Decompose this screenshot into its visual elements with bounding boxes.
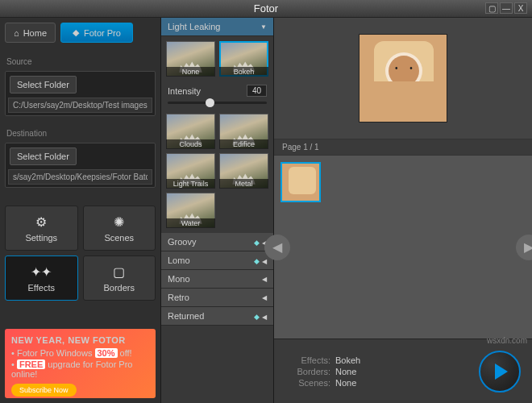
chevron-left-icon: ◀ (262, 258, 267, 265)
intensity-value[interactable]: 40 (247, 85, 267, 97)
effect-water[interactable]: Water (166, 193, 215, 228)
window-minimize-button[interactable]: — (500, 2, 513, 14)
diamond-icon: ◆ (73, 27, 79, 38)
home-icon: ⌂ (14, 28, 19, 38)
home-label: Home (23, 28, 47, 38)
app-title: Fotor (254, 2, 278, 15)
scenes-key: Scenes: (285, 378, 330, 388)
diamond-icon: ◆ (254, 239, 260, 247)
borders-button[interactable]: ▢ Borders (83, 256, 156, 301)
thumbnail-strip: ◀ ▶ (274, 156, 532, 339)
chevron-left-icon: ◀ (262, 276, 267, 283)
tool-grid: ⚙ Settings ✺ Scenes ✦✦ Effects ▢ Borders (5, 206, 156, 301)
summary-info: Effects:Bokeh Borders:None Scenes:None (285, 354, 463, 389)
left-panel: ⌂ Home ◆ Fotor Pro Source Select Folder … (0, 18, 161, 403)
thumbnail-item[interactable] (281, 162, 321, 202)
effect-edifice[interactable]: Edifice (219, 114, 268, 149)
borders-label: Borders (103, 283, 135, 293)
intensity-label: Intensity (168, 86, 201, 96)
border-icon: ▢ (113, 264, 125, 280)
group-groovy[interactable]: Groovy◆ ◀ (161, 233, 273, 251)
next-arrow[interactable]: ▶ (516, 235, 532, 260)
scenes-button[interactable]: ✺ Scenes (83, 206, 156, 251)
promo-line-2: • FREE upgrade for Fotor Pro online! (11, 359, 149, 379)
destination-path-input[interactable] (8, 169, 152, 185)
effect-light-trails[interactable]: Light Trails (166, 153, 215, 189)
subscribe-button[interactable]: Subscribe Now (11, 384, 77, 397)
play-icon (495, 364, 508, 380)
pro-label: Fotor Pro (84, 28, 121, 38)
home-button[interactable]: ⌂ Home (5, 23, 56, 43)
destination-select-folder-button[interactable]: Select Folder (10, 147, 77, 165)
chevron-left-icon: ◀ (262, 294, 267, 301)
intensity-slider[interactable] (161, 100, 273, 109)
watermark: wsxdn.com (487, 336, 527, 345)
effect-clouds[interactable]: Clouds (166, 114, 215, 149)
prev-arrow[interactable]: ◀ (264, 235, 290, 260)
borders-value: None (335, 367, 356, 376)
group-label: Light Leaking (168, 22, 220, 31)
destination-label: Destination (6, 129, 156, 138)
window-controls: ▢ — X (485, 2, 527, 14)
bottom-bar: Effects:Bokeh Borders:None Scenes:None (274, 339, 532, 403)
gear-icon: ⚙ (35, 214, 47, 230)
promo-headline: NEW YEAR, NEW FOTOR (11, 335, 149, 345)
window-close-button[interactable]: X (514, 2, 527, 14)
scenes-value: None (335, 378, 356, 388)
chevron-down-icon: ▼ (260, 23, 267, 31)
slider-thumb[interactable] (206, 98, 214, 107)
intensity-row: Intensity 40 (161, 81, 273, 100)
pager: Page 1 / 1 (274, 139, 532, 156)
window-restore-button[interactable]: ▢ (485, 2, 498, 14)
source-select-folder-button[interactable]: Select Folder (10, 76, 77, 93)
scenes-label: Scenes (104, 233, 134, 243)
chevron-left-icon: ◀ (262, 314, 267, 321)
promo-banner[interactable]: NEW YEAR, NEW FOTOR • Fotor Pro Windows … (5, 329, 156, 398)
promo-line-1: • Fotor Pro Windows 30% off! (11, 348, 149, 358)
main-preview (274, 18, 532, 139)
settings-label: Settings (25, 233, 57, 243)
source-box: Select Folder (5, 71, 156, 116)
sparkle-icon: ✺ (114, 214, 124, 230)
preview-image (359, 34, 447, 123)
destination-box: Select Folder (5, 143, 156, 188)
group-retro[interactable]: Retro◀ (161, 289, 273, 307)
stars-icon: ✦✦ (31, 264, 52, 280)
play-button[interactable] (479, 351, 521, 393)
effects-value: Bokeh (335, 355, 360, 365)
effects-label: Effects (28, 283, 55, 293)
source-label: Source (6, 57, 156, 66)
settings-button[interactable]: ⚙ Settings (5, 206, 78, 251)
effects-button[interactable]: ✦✦ Effects (5, 256, 78, 301)
effect-none[interactable]: None (166, 41, 215, 77)
diamond-icon: ◆ (254, 313, 260, 321)
effects-panel: Light Leaking ▼ None Bokeh Intensity 40 … (161, 18, 274, 403)
fotor-pro-button[interactable]: ◆ Fotor Pro (60, 23, 133, 43)
group-light-leaking[interactable]: Light Leaking ▼ (161, 18, 273, 36)
group-lomo[interactable]: Lomo◆ ◀ (161, 251, 273, 270)
group-mono[interactable]: Mono◀ (161, 270, 273, 289)
diamond-icon: ◆ (254, 257, 260, 265)
source-path-input[interactable] (8, 98, 152, 113)
effect-bokeh[interactable]: Bokeh (219, 41, 268, 77)
titlebar: Fotor ▢ — X (0, 0, 532, 18)
effects-key: Effects: (285, 355, 330, 365)
group-returned[interactable]: Returned◆ ◀ (161, 307, 273, 326)
effect-metal[interactable]: Metal (219, 153, 268, 189)
preview-panel: Page 1 / 1 ◀ ▶ Effects:Bokeh Borders:Non… (274, 18, 532, 403)
borders-key: Borders: (285, 367, 330, 376)
